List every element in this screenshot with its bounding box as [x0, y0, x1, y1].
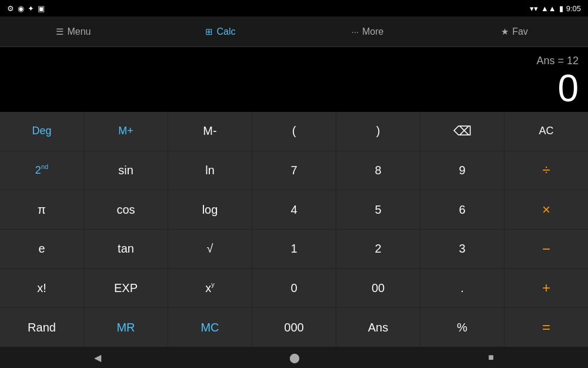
btn-mr[interactable]: MR: [84, 308, 168, 347]
btn-log[interactable]: log: [168, 190, 252, 229]
bluetooth-icon: ✦: [28, 4, 34, 13]
btn-ln[interactable]: ln: [168, 151, 252, 190]
btn-e[interactable]: e: [0, 230, 83, 268]
nav-menu[interactable]: ☰ Menu: [0, 16, 147, 47]
status-left: ⚙ ◉ ✦ ▣: [7, 4, 45, 13]
btn-ac[interactable]: AC: [505, 112, 588, 151]
android-icon: ◉: [18, 4, 24, 13]
btn-9[interactable]: 9: [420, 151, 504, 190]
nav-calc[interactable]: ⊞ Calc: [147, 16, 294, 47]
btn-mminus[interactable]: M-: [168, 112, 252, 151]
more-icon: ···: [352, 26, 359, 37]
btn-mc[interactable]: MC: [168, 308, 252, 347]
status-right: ▾▾ ▲▲ ▮ 9:05: [530, 4, 581, 13]
fav-label: Fav: [512, 26, 528, 37]
more-label: More: [362, 26, 383, 37]
btn-sin[interactable]: sin: [84, 151, 168, 190]
btn-minus[interactable]: −: [505, 230, 588, 268]
home-button[interactable]: ⬤: [289, 352, 300, 363]
btn-rparen[interactable]: ): [336, 112, 420, 151]
btn-plus[interactable]: +: [505, 269, 588, 308]
back-button[interactable]: ◀: [94, 352, 101, 363]
nav-fav[interactable]: ★ Fav: [441, 16, 588, 47]
btn-dot[interactable]: .: [420, 269, 504, 308]
charging-icon: ▣: [38, 4, 45, 13]
fav-icon: ★: [501, 26, 509, 37]
btn-1[interactable]: 1: [252, 230, 336, 268]
recent-button[interactable]: ■: [488, 352, 494, 363]
btn-backspace[interactable]: ⌫: [420, 112, 504, 151]
calc-grid: DegM+M-()⌫AC2ndsinln789÷πcoslog456×etan√…: [0, 112, 588, 347]
status-time: 9:05: [566, 4, 581, 13]
btn-7[interactable]: 7: [252, 151, 336, 190]
btn-4[interactable]: 4: [252, 190, 336, 229]
btn-0[interactable]: 0: [252, 269, 336, 308]
android-nav: ◀ ⬤ ■: [0, 347, 588, 368]
btn-mplus[interactable]: M+: [84, 112, 168, 151]
btn-percent[interactable]: %: [420, 308, 504, 347]
ans-line: Ans = 12: [536, 55, 579, 67]
btn-5[interactable]: 5: [336, 190, 420, 229]
status-bar: ⚙ ◉ ✦ ▣ ▾▾ ▲▲ ▮ 9:05: [0, 0, 588, 16]
btn-2nd[interactable]: 2nd: [0, 151, 83, 190]
btn-ans[interactable]: Ans: [336, 308, 420, 347]
calc-icon: ⊞: [205, 26, 213, 37]
btn-xpow[interactable]: xy: [168, 269, 252, 308]
btn-equals[interactable]: =: [505, 308, 588, 347]
nav-bar: ☰ Menu ⊞ Calc ··· More ★ Fav: [0, 16, 588, 47]
wifi-icon: ▾▾: [530, 4, 538, 13]
btn-xfact[interactable]: x!: [0, 269, 83, 308]
btn-div[interactable]: ÷: [505, 151, 588, 190]
btn-cos[interactable]: cos: [84, 190, 168, 229]
btn-rand[interactable]: Rand: [0, 308, 83, 347]
settings-icon: ⚙: [7, 4, 14, 13]
btn-pi[interactable]: π: [0, 190, 83, 229]
btn-3[interactable]: 3: [420, 230, 504, 268]
btn-8[interactable]: 8: [336, 151, 420, 190]
btn-exp[interactable]: EXP: [84, 269, 168, 308]
btn-tan[interactable]: tan: [84, 230, 168, 268]
calc-label: Calc: [216, 26, 235, 37]
btn-2[interactable]: 2: [336, 230, 420, 268]
main-display: 0: [557, 69, 579, 107]
menu-label: Menu: [67, 26, 91, 37]
menu-icon: ☰: [56, 26, 64, 37]
btn-lparen[interactable]: (: [252, 112, 336, 151]
nav-more[interactable]: ··· More: [294, 16, 441, 47]
battery-icon: ▮: [559, 4, 563, 13]
btn-00[interactable]: 00: [336, 269, 420, 308]
display: Ans = 12 0: [0, 47, 588, 112]
btn-deg[interactable]: Deg: [0, 112, 83, 151]
btn-000[interactable]: 000: [252, 308, 336, 347]
btn-sqrt[interactable]: √: [168, 230, 252, 268]
signal-icon: ▲▲: [541, 4, 556, 13]
btn-6[interactable]: 6: [420, 190, 504, 229]
btn-mul[interactable]: ×: [505, 190, 588, 229]
